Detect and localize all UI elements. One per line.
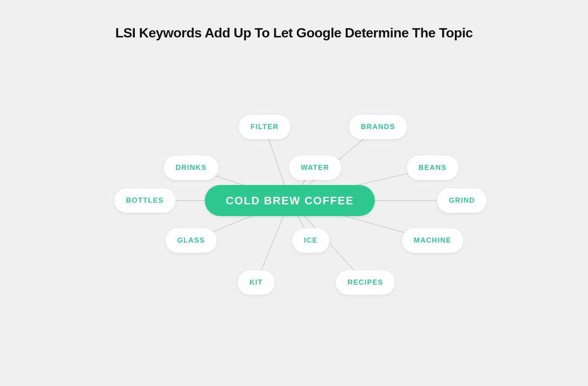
- page-title: LSI Keywords Add Up To Let Google Determ…: [115, 25, 472, 41]
- node-recipes: RECIPES: [336, 270, 395, 295]
- node-drinks: DRINKS: [164, 156, 218, 180]
- node-water: WATER: [289, 156, 341, 180]
- center-node: COLD BREW COFFEE: [205, 185, 375, 216]
- diagram-container: COLD BREW COFFEE FILTERBRANDSDRINKSWATER…: [63, 58, 525, 344]
- node-machine: MACHINE: [402, 228, 463, 253]
- node-kit: KIT: [238, 270, 275, 295]
- node-glass: GLASS: [165, 228, 217, 253]
- node-grind: GRIND: [437, 188, 487, 213]
- node-beans: BEANS: [407, 156, 458, 180]
- node-ice: ICE: [292, 228, 330, 253]
- node-brands: BRANDS: [349, 115, 407, 139]
- node-bottles: BOTTLES: [114, 188, 176, 213]
- node-filter: FILTER: [239, 115, 290, 139]
